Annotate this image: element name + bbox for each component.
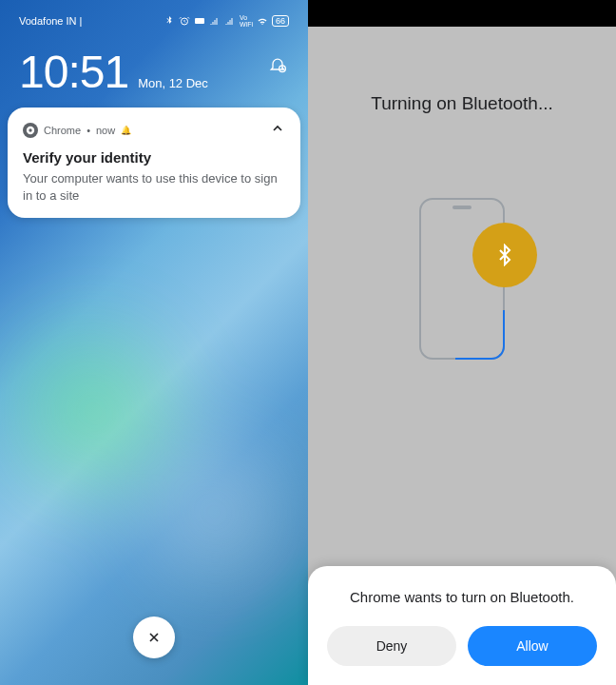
left-phone-screen: Vodafone IN | Vo WiFi 66 10:51 Mon, 12 D… (0, 0, 308, 685)
notification-body: Your computer wants to use this device t… (23, 170, 285, 205)
deny-button[interactable]: Deny (327, 626, 456, 666)
signal-icon (209, 15, 221, 27)
notification-settings-icon[interactable] (268, 55, 287, 78)
bluetooth-badge (472, 223, 537, 287)
close-button[interactable] (133, 616, 175, 658)
svg-rect-1 (195, 18, 204, 24)
clock-date: Mon, 12 Dec (138, 76, 208, 90)
separator: • (87, 125, 90, 136)
permission-message: Chrome wants to turn on Bluetooth. (327, 589, 597, 605)
clock-row: 10:51 Mon, 12 Dec (0, 29, 308, 108)
battery-badge: 66 (272, 15, 289, 27)
carrier-label: Vodafone IN | (19, 15, 82, 27)
phone-illustration (419, 198, 505, 360)
status-icons: Vo WiFi 66 (164, 14, 289, 28)
chevron-up-icon[interactable] (270, 121, 285, 140)
bluetooth-icon (493, 244, 516, 266)
signal-icon-2 (224, 15, 236, 27)
bluetooth-icon (164, 15, 175, 27)
page-title: Turning on Bluetooth... (308, 27, 616, 114)
notification-title: Verify your identity (23, 149, 285, 166)
vowifi-label: Vo WiFi (240, 14, 253, 28)
allow-button[interactable]: Allow (468, 626, 597, 666)
notification-card[interactable]: Chrome • now 🔔 Verify your identity Your… (8, 108, 300, 218)
chrome-icon (23, 123, 38, 138)
status-bar-right (308, 0, 616, 27)
right-phone-screen: Turning on Bluetooth... Chrome wants to … (308, 0, 616, 685)
clock-time: 10:51 (19, 46, 128, 98)
svg-point-4 (29, 128, 31, 131)
wifi-icon (257, 15, 268, 27)
notification-time: now (96, 125, 115, 136)
close-icon (146, 630, 162, 645)
status-bar: Vodafone IN | Vo WiFi 66 (0, 0, 308, 29)
bell-icon: 🔔 (121, 126, 131, 135)
notification-app-name: Chrome (44, 125, 81, 136)
bluetooth-screen: Turning on Bluetooth... Chrome wants to … (308, 27, 616, 685)
permission-sheet: Chrome wants to turn on Bluetooth. Deny … (308, 566, 616, 685)
notification-header: Chrome • now 🔔 (23, 121, 285, 140)
sheet-buttons: Deny Allow (327, 626, 597, 666)
hd-icon (194, 15, 205, 27)
alarm-icon (179, 15, 190, 27)
